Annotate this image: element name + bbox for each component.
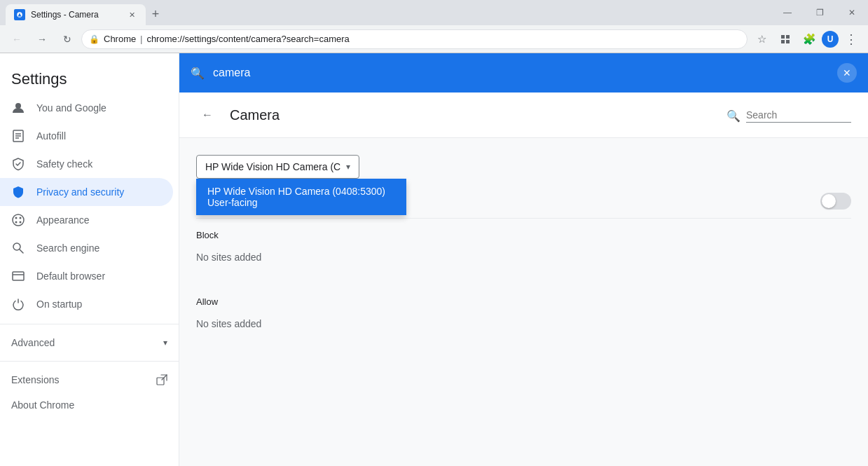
external-link-icon: [156, 374, 167, 385]
settings-search-input[interactable]: [213, 67, 829, 79]
about-chrome-label: About Chrome: [11, 399, 74, 411]
camera-page: ← Camera 🔍 HP Wide Vision HD Camera (C ▾: [179, 92, 868, 363]
back-button[interactable]: ←: [6, 28, 28, 50]
address-site: Chrome: [104, 34, 136, 44]
sidebar-nav: You and Google Autofill Safety check: [0, 94, 179, 460]
sidebar-item-label: Default browser: [36, 270, 105, 282]
power-icon: [11, 297, 25, 311]
sidebar-item-label: Safety check: [36, 158, 92, 170]
address-url: chrome://settings/content/camera?search=…: [146, 34, 349, 44]
extensions-label: Extensions: [11, 374, 59, 385]
svg-point-10: [13, 214, 24, 226]
bookmark-button[interactable]: ☆: [750, 28, 773, 50]
svg-point-12: [20, 217, 22, 219]
settings-title: Settings: [0, 59, 179, 94]
block-no-sites-message: No sites added: [196, 246, 851, 280]
camera-search-area: 🔍: [726, 108, 851, 123]
sidebar-divider: [0, 324, 179, 324]
maximize-button[interactable]: ❐: [804, 0, 836, 25]
sidebar-item-extensions[interactable]: Extensions: [0, 367, 179, 392]
search-icon: [11, 241, 25, 255]
palette-icon: [11, 213, 25, 227]
camera-dropdown-wrapper: HP Wide Vision HD Camera (C ▾ HP Wide Vi…: [196, 155, 359, 179]
receipt-icon: [11, 129, 25, 143]
sidebar: Settings You and Google Autofill: [0, 53, 179, 466]
address-separator: |: [140, 34, 142, 44]
sidebar-item-privacy-security[interactable]: Privacy and security: [0, 178, 173, 206]
active-tab[interactable]: Settings - Camera ✕: [6, 4, 146, 25]
dropdown-selected-value: HP Wide Vision HD Camera (C: [205, 161, 340, 172]
avatar[interactable]: U: [822, 31, 839, 48]
camera-dropdown[interactable]: HP Wide Vision HD Camera (C ▾: [196, 155, 359, 179]
svg-rect-1: [781, 35, 785, 39]
sidebar-item-on-startup[interactable]: On startup: [0, 290, 173, 318]
camera-dropdown-menu: HP Wide Vision HD Camera (0408:5300) Use…: [196, 179, 406, 215]
sidebar-item-label: Search engine: [36, 242, 99, 254]
svg-point-5: [15, 103, 21, 109]
allow-section: Allow No sites added: [196, 296, 851, 346]
clear-search-button[interactable]: ✕: [837, 63, 857, 83]
dropdown-option-hp-camera[interactable]: HP Wide Vision HD Camera (0408:5300) Use…: [196, 179, 406, 215]
allow-section-title: Allow: [196, 296, 851, 307]
svg-rect-3: [781, 40, 785, 43]
camera-search-icon: 🔍: [726, 109, 740, 123]
sidebar-item-label: Privacy and security: [36, 186, 124, 198]
dropdown-arrow-icon: ▾: [346, 162, 350, 172]
address-box[interactable]: 🔒 Chrome | chrome://settings/content/cam…: [81, 29, 748, 49]
sidebar-item-safety-check[interactable]: Safety check: [0, 150, 173, 178]
toggle-thumb: [822, 194, 836, 208]
chrome-labs-button[interactable]: [774, 28, 797, 50]
secure-icon: 🔒: [89, 34, 99, 44]
sidebar-item-default-browser[interactable]: Default browser: [0, 262, 173, 290]
settings-search-bar: 🔍 ✕: [179, 53, 868, 92]
block-section-title: Block: [196, 230, 851, 240]
tab-title: Settings - Camera: [31, 10, 120, 20]
sidebar-item-search-engine[interactable]: Search engine: [0, 234, 173, 262]
chevron-down-icon: ▾: [163, 338, 167, 348]
sidebar-item-appearance[interactable]: Appearance: [0, 206, 173, 234]
back-button[interactable]: ←: [196, 104, 219, 126]
svg-line-16: [20, 249, 23, 253]
sidebar-item-label: Autofill: [36, 130, 66, 142]
forward-button[interactable]: →: [31, 28, 53, 50]
shield-check-icon: [11, 157, 25, 171]
page-content: Settings You and Google Autofill: [0, 53, 868, 466]
svg-rect-2: [786, 35, 790, 39]
blocked-toggle[interactable]: [820, 193, 851, 210]
refresh-button[interactable]: ↻: [56, 28, 78, 50]
camera-title: Camera: [230, 107, 715, 123]
main-content: 🔍 ✕ ← Camera 🔍: [179, 53, 868, 466]
address-bar-row: ← → ↻ 🔒 Chrome | chrome://settings/conte…: [0, 25, 868, 53]
camera-body: HP Wide Vision HD Camera (C ▾ HP Wide Vi…: [179, 138, 868, 363]
extensions-button[interactable]: 🧩: [798, 28, 820, 50]
sidebar-item-you-and-google[interactable]: You and Google: [0, 94, 173, 122]
sidebar-divider-2: [0, 361, 179, 362]
tab-favicon: [14, 9, 25, 20]
browser-window: Settings - Camera ✕ + — ❐ ✕ ← → ↻ 🔒 Chro…: [0, 0, 868, 466]
svg-point-13: [15, 221, 18, 224]
svg-point-11: [15, 217, 18, 219]
person-icon: [11, 101, 25, 115]
camera-search-input[interactable]: [746, 108, 851, 123]
toolbar-icons: ☆ 🧩 U ⋮: [750, 28, 862, 50]
window-controls: — ❐ ✕: [771, 0, 868, 25]
close-button[interactable]: ✕: [836, 0, 868, 25]
settings-search-icon: 🔍: [191, 67, 205, 80]
svg-point-14: [20, 221, 22, 224]
sidebar-item-about-chrome[interactable]: About Chrome: [0, 392, 179, 418]
browser-icon: [11, 269, 25, 283]
sidebar-item-autofill[interactable]: Autofill: [0, 122, 173, 150]
svg-rect-4: [786, 40, 790, 43]
chrome-menu-button[interactable]: ⋮: [840, 28, 862, 50]
tab-close-button[interactable]: ✕: [126, 9, 137, 20]
sidebar-item-label: On startup: [36, 299, 82, 310]
allow-no-sites-message: No sites added: [196, 313, 851, 346]
svg-rect-17: [13, 272, 24, 280]
block-section: Block No sites added: [196, 230, 851, 280]
new-tab-button[interactable]: +: [146, 4, 165, 24]
minimize-button[interactable]: —: [771, 0, 804, 25]
sidebar-item-label: You and Google: [36, 102, 106, 114]
sidebar-item-advanced[interactable]: Advanced ▾: [0, 330, 179, 355]
sidebar-item-label: Appearance: [36, 214, 90, 226]
advanced-label: Advanced: [11, 337, 55, 348]
